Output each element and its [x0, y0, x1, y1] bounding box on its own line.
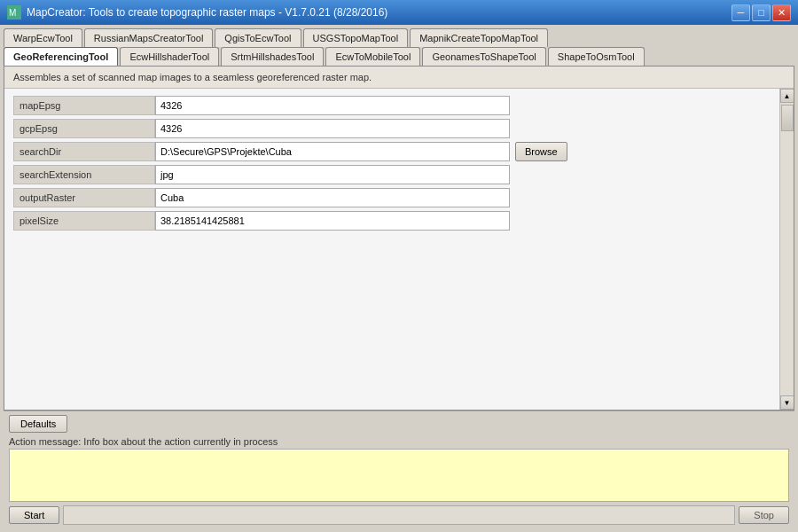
input-gcp-epsg[interactable]: [155, 119, 510, 138]
tab-warp-ecw-tool[interactable]: WarpEcwTool: [4, 28, 82, 47]
input-output-raster[interactable]: [155, 188, 510, 207]
label-map-epsg: mapEpsg: [13, 96, 155, 115]
description-bar: Assembles a set of scanned map images to…: [4, 66, 794, 89]
tab-ecw-hillshader-tool[interactable]: EcwHillshaderTool: [120, 47, 219, 66]
bottom-section: Defaults Action message: Info box about …: [4, 411, 794, 528]
scroll-thumb[interactable]: [781, 105, 794, 131]
tab-georeferencing-tool[interactable]: GeoReferencingTool: [4, 47, 118, 66]
progress-bar: [63, 505, 735, 525]
start-stop-bar: Start Stop: [9, 505, 789, 525]
browse-button[interactable]: Browse: [515, 142, 567, 161]
scrollbar-track[interactable]: ▲ ▼: [779, 89, 794, 410]
label-gcp-epsg: gcpEpsg: [13, 119, 155, 138]
scroll-up-arrow[interactable]: ▲: [780, 89, 794, 103]
label-output-raster: outputRaster: [13, 188, 155, 207]
tab-ecw-to-mobile-tool[interactable]: EcwToMobileTool: [325, 47, 420, 66]
form-row-output-raster: outputRaster: [13, 188, 771, 207]
content-panel: Assembles a set of scanned map images to…: [4, 66, 794, 411]
form-row-search-dir: searchDir Browse: [13, 142, 771, 161]
input-search-extension[interactable]: [155, 165, 510, 184]
input-map-epsg[interactable]: [155, 96, 510, 115]
label-pixel-size: pixelSize: [13, 211, 155, 231]
form-row-search-extension: searchExtension: [13, 165, 771, 184]
tab-mapnik-tool[interactable]: MapnikCreateTopoMapTool: [410, 28, 548, 47]
maximize-button[interactable]: □: [752, 4, 771, 21]
tab-qgis-to-ecw-tool[interactable]: QgisToEcwTool: [215, 28, 301, 47]
start-button[interactable]: Start: [9, 506, 59, 524]
tab-shape-to-osm-tool[interactable]: ShapeToOsmTool: [548, 47, 645, 66]
form-row-pixel-size: pixelSize: [13, 211, 771, 231]
svg-text:M: M: [9, 8, 16, 18]
tab-usgs-topo-tool[interactable]: USGSTopoMapTool: [303, 28, 409, 47]
defaults-button[interactable]: Defaults: [9, 415, 67, 433]
content-inner: mapEpsg gcpEpsg searchDir Browse searchE…: [4, 89, 794, 410]
form-area: mapEpsg gcpEpsg searchDir Browse searchE…: [4, 89, 779, 410]
input-search-dir[interactable]: [155, 142, 510, 161]
tab-russian-maps-tool[interactable]: RussianMapsCreatorTool: [84, 28, 214, 47]
scroll-down-arrow[interactable]: ▼: [780, 395, 794, 410]
window-title: MapCreator: Tools to create topographic …: [27, 6, 387, 19]
main-container: WarpEcwTool RussianMapsCreatorTool QgisT…: [0, 25, 798, 532]
minimize-button[interactable]: ─: [732, 4, 750, 21]
app-icon: M: [7, 5, 21, 20]
close-button[interactable]: ✕: [772, 4, 791, 21]
label-search-dir: searchDir: [13, 142, 155, 161]
tab-geonames-to-shape-tool[interactable]: GeonamesToShapeTool: [422, 47, 545, 66]
form-row-gcp-epsg: gcpEpsg: [13, 119, 771, 138]
action-output-box: [9, 449, 789, 502]
description-text: Assembles a set of scanned map images to…: [13, 72, 372, 82]
tab-row-1: WarpEcwTool RussianMapsCreatorTool QgisT…: [4, 28, 794, 47]
tab-row-2: GeoReferencingTool EcwHillshaderTool Srt…: [4, 47, 794, 66]
tab-srtm-hillshades-tool[interactable]: SrtmHillshadesTool: [221, 47, 324, 66]
window-controls: ─ □ ✕: [732, 4, 791, 21]
input-pixel-size[interactable]: [155, 211, 510, 231]
label-search-extension: searchExtension: [13, 165, 155, 184]
stop-button[interactable]: Stop: [739, 506, 789, 524]
title-bar: M MapCreator: Tools to create topographi…: [0, 0, 798, 25]
action-message-label: Action message: Info box about the actio…: [9, 436, 789, 447]
form-row-map-epsg: mapEpsg: [13, 96, 771, 115]
